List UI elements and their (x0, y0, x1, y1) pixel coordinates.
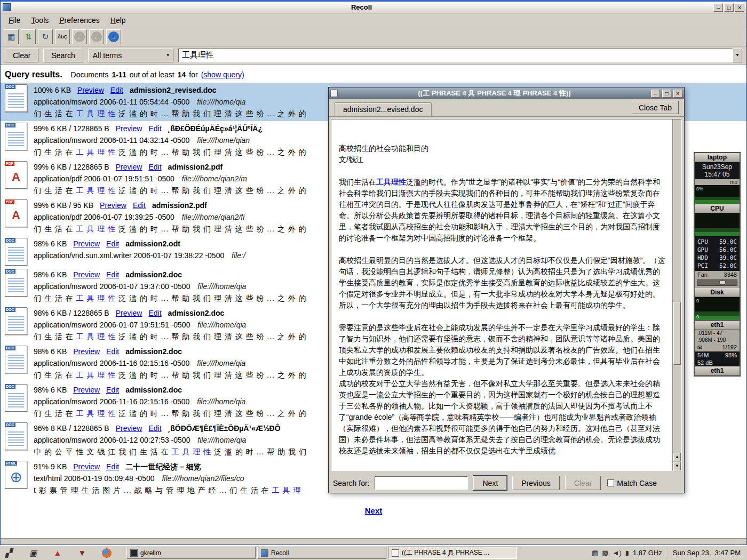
preview-link[interactable]: Preview (100, 199, 126, 211)
toolbar-button-icon[interactable]: ▦ (4, 29, 19, 44)
scroll-up-icon[interactable]: ▲ (673, 453, 681, 461)
result-mime-date: application/pdf 2006-01-07 19:39:25 -050… (34, 213, 174, 221)
tray-separator (666, 548, 667, 558)
menu-tools[interactable]: Tools (27, 15, 54, 26)
launcher-icon[interactable]: ▣ (27, 547, 39, 559)
preview-link[interactable]: Preview (116, 123, 142, 134)
gk-cpu-chart[interactable] (695, 213, 740, 237)
gk-cpu-label: CPU (695, 204, 740, 213)
find-input[interactable] (375, 476, 468, 490)
search-button[interactable]: Search (43, 49, 83, 62)
preview-link[interactable]: Preview (77, 84, 104, 96)
result-title: admission2.pdf (168, 161, 223, 173)
gk-temp-name: HDD (697, 254, 708, 261)
find-clear-button[interactable]: Clear (565, 476, 601, 490)
menu-file[interactable]: File (4, 15, 26, 26)
menu-preferences[interactable]: Preferences (54, 15, 105, 26)
taskbar-clock[interactable]: Sun Sep 23, 3:47 PM (671, 549, 745, 557)
task-button[interactable]: Recoll (257, 547, 386, 559)
gk-disk-chart[interactable]: 0 0 (695, 297, 740, 321)
launcher-icon[interactable]: ▞ (2, 547, 15, 559)
edit-link[interactable]: Edit (110, 84, 123, 96)
search-input[interactable] (178, 49, 733, 62)
toolbar-button-icon[interactable]: ← (72, 29, 87, 44)
toolbar-button-icon[interactable]: ← (89, 29, 104, 44)
close-button[interactable]: × (735, 3, 744, 12)
snippet-post: 泛 滥 的 时 ... 帮 助 我 们 理 清 这 些 纷 ... 之 外 的 (116, 109, 306, 118)
task-label: ((工 PHRASE 4 具 PHRASE ... (402, 548, 489, 557)
task-button[interactable]: ((工 PHRASE 4 具 PHRASE ... (388, 547, 517, 559)
gk-fan-slider[interactable] (697, 279, 737, 286)
search-mode-select[interactable]: All terms ▼ (88, 49, 173, 62)
edit-link[interactable]: Edit (106, 346, 119, 357)
preview-link[interactable]: Preview (73, 269, 100, 281)
preview-maximize-button[interactable]: □ (662, 90, 671, 98)
toolbar-button-icon[interactable]: → (106, 29, 121, 44)
task-button[interactable]: gkrellm (126, 547, 256, 559)
preview-link[interactable]: Preview (73, 384, 100, 396)
launcher-icon[interactable]: ▼ (76, 547, 89, 559)
maximize-button[interactable]: □ (724, 3, 734, 12)
scroll-down-icon[interactable]: ▼ (673, 462, 681, 470)
scrollbar-thumb[interactable] (673, 302, 681, 365)
edit-link[interactable]: Edit (106, 269, 119, 281)
battery-tray-icon[interactable]: ▮ (625, 549, 629, 557)
edit-link[interactable]: Edit (148, 307, 161, 319)
preview-document[interactable]: 高校招生的社会功能和目的 文/钱江 我们生活在工具理性泛滥的时代。作为“世之显学… (331, 119, 682, 471)
result-relevance-size: 99% 6 KB / 95 KB (34, 199, 93, 211)
find-next-button[interactable]: Next (473, 476, 507, 490)
p1-highlight: 工具理性 (376, 178, 406, 186)
clear-button[interactable]: Clear (5, 49, 38, 62)
gk-disk-write: 0 (696, 314, 699, 319)
volume-tray-icon[interactable]: ◄) (613, 549, 622, 557)
toolbar-button-icon[interactable]: ⇅ (21, 29, 36, 44)
menu-help[interactable]: Help (106, 15, 131, 26)
toolbar-button-icon[interactable]: ÂbÇ (55, 29, 70, 44)
edit-link[interactable]: Edit (133, 199, 146, 211)
result-mime-date: application/msword 2006-11-16 02:15:16 -… (34, 359, 189, 367)
toolbar-button-icon[interactable]: ↻ (38, 29, 53, 44)
launcher-icon[interactable]: ▲ (51, 547, 64, 559)
task-button-area: gkrellm Recoll ((工 PHRASE 4 具 PHRASE ... (126, 547, 519, 559)
snippet-highlight: 工 具 理 性 (76, 109, 116, 118)
edit-link[interactable]: Edit (148, 422, 161, 434)
preview-minimize-button[interactable]: – (651, 90, 660, 98)
result-url: file:/ (232, 251, 245, 260)
next-page-link[interactable]: Next (1, 506, 746, 515)
preview-link[interactable]: Preview (73, 346, 100, 357)
preview-link[interactable]: Preview (116, 161, 142, 173)
query-dropdown-icon[interactable]: ▼ (733, 49, 742, 62)
gk-load-chart[interactable]: 0% (695, 185, 740, 204)
gk-temp-value: 52.0C (719, 262, 737, 269)
gk-clock[interactable]: Sun23Sep 15:47 05 (695, 162, 740, 179)
preview-close-button[interactable]: × (673, 90, 682, 98)
preview-titlebar[interactable]: ((工 PHRASE 4 具 PHRASE 4 理 PHRASE 4 性)) –… (329, 87, 684, 99)
snippet-pre: 们 生 活 在 (34, 371, 76, 379)
edit-link[interactable]: Edit (106, 238, 119, 250)
match-case-checkbox[interactable] (607, 479, 614, 486)
preview-link[interactable]: Preview (73, 238, 100, 250)
monitors-tray-icon[interactable]: ▦ (592, 549, 598, 557)
preview-scrollbar[interactable]: ▲ ▼ (672, 119, 681, 470)
minimize-button[interactable]: – (713, 3, 723, 12)
preview-tab[interactable]: admission2...evised.doc (334, 102, 432, 116)
close-tab-button[interactable]: Close Tab (632, 101, 679, 114)
launcher-glyph: ◉ (102, 548, 112, 558)
gk-volume-row[interactable]: 52 dB (695, 359, 740, 366)
edit-link[interactable]: Edit (106, 384, 119, 396)
result-url: file:///home/qia (197, 321, 246, 329)
preview-link[interactable]: Preview (116, 422, 142, 434)
result-relevance-size: 96% 8 KB / 1228865 B (34, 422, 109, 434)
edit-link[interactable]: Edit (148, 161, 161, 173)
preview-link[interactable]: Preview (116, 307, 142, 319)
keyboard-tray-icon[interactable]: ▩ (602, 549, 608, 557)
gk-hostname[interactable]: laptop (695, 153, 740, 162)
edit-link[interactable]: Edit (106, 461, 119, 473)
launcher-icon[interactable]: ◉ (100, 547, 113, 559)
edit-link[interactable]: Edit (148, 123, 161, 134)
preview-link[interactable]: Preview (73, 461, 100, 473)
find-previous-button[interactable]: Previous (512, 476, 559, 490)
gk-mail-row[interactable]: ✉ 1/192 (695, 343, 740, 351)
show-query-link[interactable]: (show query) (201, 70, 244, 79)
titlebar[interactable]: Recoll – □ × (1, 2, 746, 13)
